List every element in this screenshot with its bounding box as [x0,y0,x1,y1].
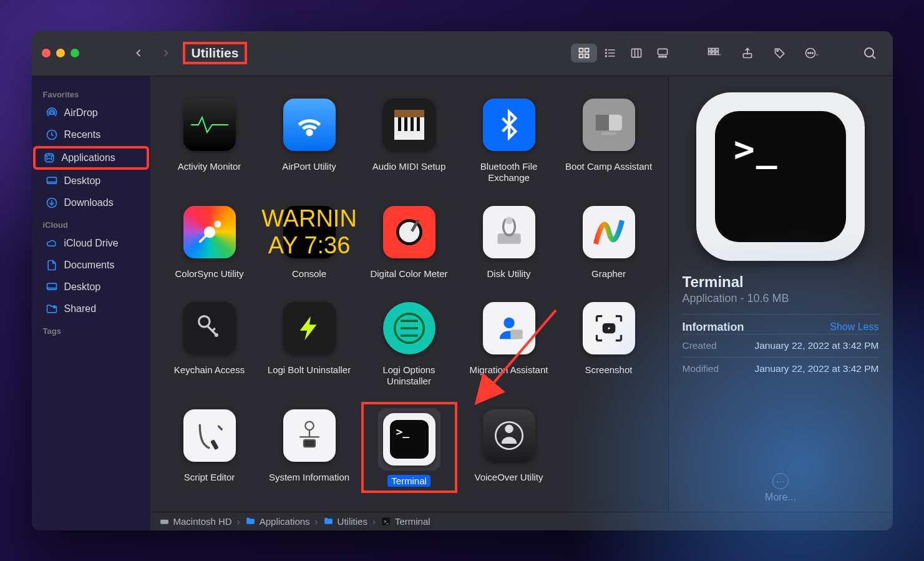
sidebar-item-label: iCloud Drive [64,238,119,249]
app-label: System Information [269,472,349,482]
app-label: Script Editor [184,472,235,482]
view-gallery-button[interactable] [649,44,676,62]
finder-window: Utilities ⌄ [32,31,893,530]
sidebar-item-label: AirDrop [64,107,98,119]
app-logi-options-uninstaller[interactable]: Logi Options Uninstaller [361,295,457,389]
svg-rect-0 [579,49,583,52]
app-migration-assistant[interactable]: Migration Assistant [461,295,557,389]
preview-kind-size: Application - 10.6 MB [683,292,879,305]
svg-rect-64 [210,439,219,450]
app-bluetooth-file-exchange[interactable]: Bluetooth File Exchange [461,91,557,186]
svg-rect-17 [709,49,711,51]
app-system-information[interactable]: System Information [261,402,357,493]
minimize-window-button[interactable] [56,49,65,57]
svg-point-29 [865,48,873,57]
app-screenshot[interactable]: Screenshot [561,295,657,389]
sidebar-item-downloads[interactable]: Downloads [36,192,147,213]
terminal-icon: >_ [383,413,435,466]
sidebar-item-icloud-drive[interactable]: iCloud Drive [36,233,147,254]
svg-line-30 [872,56,875,59]
folder-icon [245,516,256,527]
fullscreen-window-button[interactable] [71,49,79,57]
app-terminal[interactable]: >_ Terminal [361,402,457,493]
app-boot-camp-assistant[interactable]: Boot Camp Assistant [561,91,657,186]
chevron-down-icon: ⌄ [814,49,820,57]
sidebar-item-label: Documents [64,260,115,271]
app-logi-bolt-uninstaller[interactable]: Logi Bolt Uninstaller [261,295,357,389]
actions-button[interactable]: ⌄ [799,44,825,62]
app-colorsync-utility[interactable]: ColorSync Utility [162,198,258,282]
console-icon: WARNIN AY 7:36 [283,206,336,258]
share-button[interactable] [734,44,761,62]
app-disk-utility[interactable]: Disk Utility [461,198,557,282]
app-digital-color-meter[interactable]: Digital Color Meter [361,198,457,282]
sidebar-item-label: Desktop [64,281,101,293]
app-console[interactable]: WARNIN AY 7:36 Console [261,198,357,282]
sidebar-item-applications[interactable]: Applications [33,146,149,170]
sidebar-item-label: Downloads [64,197,114,208]
shared-folder-icon [46,303,58,315]
preview-info-heading: Information Show Less [683,314,879,334]
app-activity-monitor[interactable]: Activity Monitor [162,91,258,186]
chevron-right-icon [160,47,172,59]
app-keychain-access[interactable]: Keychain Access [162,295,258,389]
group-by-button[interactable]: ⌄ [702,44,728,62]
svg-rect-42 [394,110,424,117]
search-button[interactable] [857,44,883,62]
drive-icon [159,516,170,527]
app-grapher[interactable]: Grapher [561,198,657,282]
view-columns-button[interactable] [623,44,649,62]
app-label: Bluetooth File Exchange [480,161,538,183]
app-label: AirPort Utility [282,161,336,172]
path-crumb-terminal[interactable]: >_ Terminal [381,516,430,527]
sidebar-item-shared[interactable]: Shared [36,298,147,320]
sidebar-item-airdrop[interactable]: AirDrop [36,102,147,124]
main-area: Activity Monitor AirPort Utility Audio M… [150,76,893,512]
tag-icon [774,47,786,59]
sidebar-item-documents[interactable]: Documents [36,255,147,276]
svg-rect-15 [661,56,663,57]
close-window-button[interactable] [42,49,51,57]
columns-icon [630,47,643,59]
path-crumb-utilities[interactable]: Utilities [323,516,367,527]
svg-rect-62 [603,324,614,332]
app-audio-midi-setup[interactable]: Audio MIDI Setup [361,91,457,186]
app-label: Migration Assistant [470,364,548,375]
forward-button[interactable] [155,44,177,62]
app-label: Disk Utility [487,268,531,279]
app-script-editor[interactable]: Script Editor [162,402,258,493]
chevron-right-icon: › [372,516,376,527]
svg-point-65 [305,421,314,430]
svg-point-52 [215,222,220,226]
airport-utility-icon [283,99,336,151]
tags-button[interactable] [767,44,793,62]
svg-rect-67 [304,439,315,446]
path-crumb-applications[interactable]: Applications [245,516,310,527]
sidebar-item-icloud-desktop[interactable]: Desktop [36,276,147,298]
preview-more[interactable]: ··· More... [683,462,879,503]
gallery-icon [656,47,669,59]
svg-point-60 [503,317,514,328]
sidebar-item-recents[interactable]: Recents [36,124,147,145]
sidebar-item-desktop[interactable]: Desktop [36,170,147,192]
back-button[interactable] [128,44,149,62]
ellipsis-circle-icon: ··· [772,473,789,489]
path-crumb-volume[interactable]: Macintosh HD [159,516,232,527]
icon-grid[interactable]: Activity Monitor AirPort Utility Audio M… [150,76,668,512]
window-controls [42,49,79,57]
activity-monitor-icon [183,99,236,151]
show-less-link[interactable]: Show Less [830,321,878,333]
app-airport-utility[interactable]: AirPort Utility [261,91,357,186]
share-icon [741,47,754,59]
app-voiceover-utility[interactable]: VoiceOver Utility [461,402,557,493]
colorsync-icon [183,206,236,258]
app-label: Boot Camp Assistant [565,161,652,172]
app-label: ColorSync Utility [175,268,243,279]
view-list-button[interactable] [597,44,623,62]
logi-options-icon [383,302,435,354]
migration-assistant-icon [483,302,535,354]
app-label: Grapher [591,268,626,279]
terminal-icon: >_ [381,516,391,527]
view-icons-button[interactable] [571,44,597,62]
search-icon [862,46,877,61]
